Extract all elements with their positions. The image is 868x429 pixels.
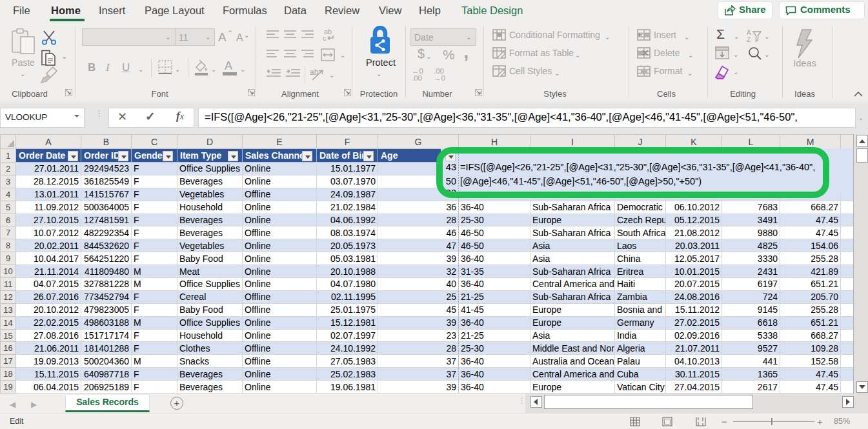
svg-text:Z: Z [747,36,751,43]
svg-text:c: c [323,34,327,42]
svg-text:A: A [747,29,751,36]
